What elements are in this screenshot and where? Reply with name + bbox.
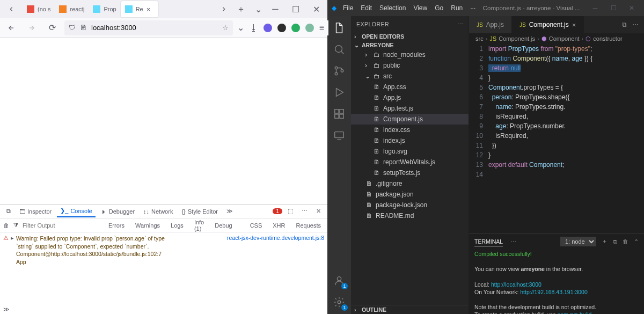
new-terminal-icon[interactable]: ＋ [602,238,608,245]
bookmark-icon[interactable]: ☆ [222,24,229,32]
expand-icon[interactable]: ▸ [11,235,14,266]
source-control-icon[interactable] [332,63,347,78]
terminal-more-icon[interactable]: ⋯ [510,238,516,245]
forward-button[interactable] [24,20,40,35]
file-item[interactable]: 🗎index.css [351,125,469,135]
filter-requests[interactable]: Requests [293,221,324,230]
menu-icon[interactable]: ≡ [319,23,324,33]
search-icon[interactable] [332,42,347,57]
filter-debug[interactable]: Debug [211,221,235,230]
responsive-mode-icon[interactable]: ⧉ [3,206,14,217]
tab-proptypes[interactable]: Prop [89,1,120,17]
filter-info[interactable]: Info (1) [191,218,207,233]
menu-view[interactable]: View [413,4,427,12]
list-tabs-button[interactable]: ⌄ [250,2,266,17]
console-source-link[interactable]: react-jsx-dev-runtime.development.js:8 [227,235,324,266]
editor-tab-componentjs[interactable]: JSComponent.js× [512,16,584,33]
window-close-button[interactable]: ✕ [308,2,324,17]
file-item[interactable]: 🗎index.js [351,135,469,146]
devtools-more-icon[interactable]: ⋯ [298,206,311,217]
editor-more-icon[interactable]: ⋯ [632,21,639,28]
tab-stackoverflow[interactable]: reactj [55,1,89,17]
tab-back-button[interactable] [3,2,19,17]
folder-item[interactable]: ›🗀public [351,60,469,71]
devtools-settings-icon[interactable]: ⬚ [284,206,296,217]
back-button[interactable] [3,20,19,35]
filter-logs[interactable]: Logs [167,221,187,230]
vs-close-button[interactable]: ✕ [624,1,640,16]
file-item[interactable]: 🗎App.test.js [351,103,469,114]
tab-inspector[interactable]: 🗔Inspector [16,206,55,217]
pocket-icon[interactable]: ⌄ [237,23,244,33]
file-item[interactable]: 🗎README.md [351,210,469,221]
remote-icon[interactable] [332,128,347,143]
extensions-icon[interactable] [332,106,347,121]
tab-console[interactable]: ❯_Console [57,205,95,217]
ext-icon-2[interactable] [277,24,286,32]
minimize-button[interactable]: ─ [267,2,283,17]
terminal-output[interactable]: Compiled successfully! You can now view … [469,249,644,314]
file-item[interactable]: 🗎package-lock.json [351,200,469,210]
address-bar[interactable]: 🛡 🖹 localhost:3000 ☆ [64,20,233,35]
editor-tab-appjs[interactable]: JSApp.js [469,16,512,33]
tab-forward-button[interactable] [216,2,232,17]
close-icon[interactable]: × [147,5,154,13]
explorer-icon[interactable] [332,20,347,35]
devtools-close-icon[interactable]: ✕ [313,206,324,217]
filter-warnings[interactable]: Warnings [132,221,163,230]
more-icon[interactable]: ⋯ [457,21,464,27]
filter-xhr[interactable]: XHR [269,221,288,230]
file-item[interactable]: 🗎logo.svg [351,146,469,157]
minimap[interactable] [617,44,644,233]
ext-icon-1[interactable] [264,24,272,32]
file-item[interactable]: 🗎Component.js [351,114,469,125]
file-item[interactable]: 🗎reportWebVitals.js [351,157,469,167]
menu-edit[interactable]: Edit [361,4,372,12]
project-root[interactable]: ⌄ARREYONE [351,41,469,49]
outline-section[interactable]: ›OUTLINE [351,305,469,314]
filter-css[interactable]: CSS [247,221,266,230]
trash-icon[interactable]: 🗑 [3,222,9,229]
folder-item[interactable]: ⌄🗀src [351,71,469,82]
folder-item[interactable]: ›🗀node_modules [351,49,469,60]
downloads-icon[interactable]: ⭳ [250,23,258,33]
account-icon[interactable]: 1 [332,273,347,288]
split-terminal-icon[interactable]: ⧉ [613,238,617,245]
filter-input[interactable] [23,222,97,229]
menu-selection[interactable]: Selection [379,4,406,12]
file-item[interactable]: 🗎.gitignore [351,178,469,189]
menu-go[interactable]: Go [435,4,443,12]
tab-gmail[interactable]: (no s [23,1,55,17]
file-item[interactable]: 🗎App.js [351,92,469,103]
maximize-panel-icon[interactable]: ⌃ [634,238,639,245]
file-item[interactable]: 🗎package.json [351,189,469,200]
ext-icon-4[interactable] [305,24,314,32]
tab-debugger[interactable]: ⏵Debugger [98,206,138,217]
open-editors-section[interactable]: ›OPEN EDITORS [351,32,469,41]
file-item[interactable]: 🗎App.css [351,82,469,92]
tab-react-app[interactable]: Re× [121,1,158,17]
file-item[interactable]: 🗎setupTests.js [351,167,469,178]
new-tab-button[interactable]: ＋ [233,2,249,17]
tabs-overflow[interactable]: ≫ [223,206,236,217]
menu-run[interactable]: Run [451,4,463,12]
run-debug-icon[interactable] [332,85,347,100]
console-prompt[interactable]: ≫ [0,305,327,314]
tab-style-editor[interactable]: {}Style Editor [178,206,221,217]
error-count-badge[interactable]: 1 [273,208,282,214]
ext-icon-3[interactable] [291,24,300,32]
kill-terminal-icon[interactable]: 🗑 [623,238,628,245]
menu-file[interactable]: File [343,4,353,12]
close-icon[interactable]: × [572,21,576,29]
terminal-tab[interactable]: TERMINAL [474,237,503,246]
menu-more[interactable]: ··· [470,4,475,12]
settings-icon[interactable]: 1 [332,295,347,310]
code-editor[interactable]: 1234567891011121314 import PropTypes fro… [469,44,644,233]
vs-minimize-button[interactable]: ─ [587,1,603,16]
tab-network[interactable]: ↕↓Network [140,206,176,217]
breadcrumb[interactable]: src› JS Component.js› ⬢ Component› ⬡ con… [469,33,644,44]
terminal-select[interactable]: 1: node [560,237,596,246]
reload-button[interactable]: ⟳ [44,20,60,35]
vs-maximize-button[interactable]: ☐ [605,1,621,16]
split-editor-icon[interactable]: ⧉ [622,21,627,28]
